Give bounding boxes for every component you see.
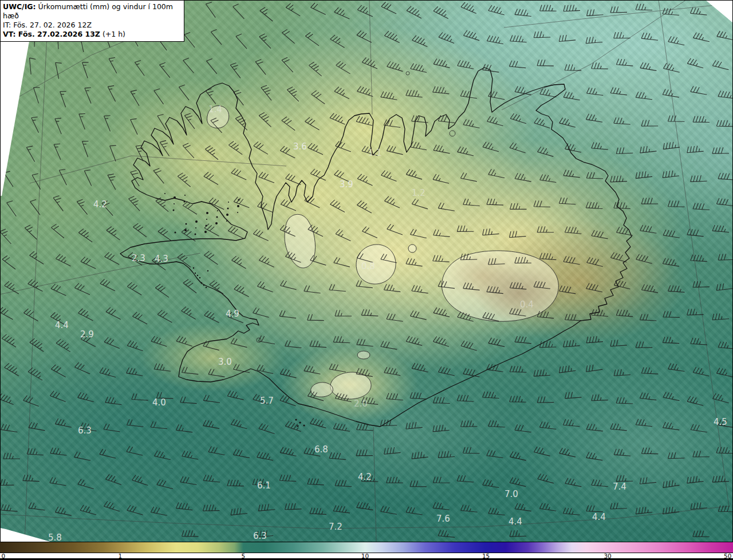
colorbar-tick-label: 1 — [119, 553, 123, 559]
colorbar-tick-label: 15 — [482, 553, 490, 559]
colorbar-footer: 01510153050 — [0, 542, 733, 560]
colorbar-ticks: 01510153050 — [0, 553, 733, 560]
colorbar-gradient — [0, 542, 733, 553]
title-box: UWC/IG: Úrkomumætti (mm) og vindur í 100… — [0, 0, 184, 42]
colorbar-tick-label: 5 — [242, 553, 246, 559]
colorbar-tick-label: 0 — [2, 553, 6, 559]
colorbar-tick-label: 30 — [604, 553, 611, 559]
valid-time: VT: Fös. 27.02.2026 13Z (+1 h) — [3, 30, 180, 39]
product-title: UWC/IG: Úrkomumætti (mm) og vindur í 100… — [3, 2, 180, 21]
figure-frame — [0, 0, 733, 560]
init-time: IT: Fös. 27. 02. 2026 12Z — [3, 21, 180, 30]
colorbar-tick-label: 10 — [361, 553, 369, 559]
colorbar-tick-label: 50 — [724, 553, 731, 559]
